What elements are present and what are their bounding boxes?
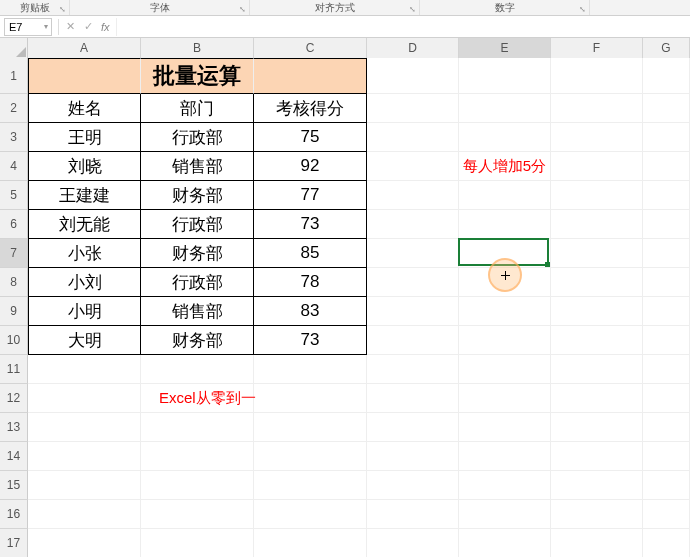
- cell[interactable]: [551, 181, 643, 210]
- cell[interactable]: [28, 529, 141, 557]
- dialog-launcher-icon[interactable]: ⤡: [57, 4, 67, 14]
- cell[interactable]: [459, 355, 551, 384]
- row-header[interactable]: 10: [0, 326, 28, 355]
- cell[interactable]: [367, 384, 459, 413]
- cell[interactable]: [643, 239, 690, 268]
- cell[interactable]: [643, 123, 690, 152]
- cell[interactable]: [551, 268, 643, 297]
- table-cell[interactable]: 77: [254, 181, 367, 210]
- cell[interactable]: [459, 58, 551, 94]
- table-cell[interactable]: 财务部: [141, 326, 254, 355]
- table-cell[interactable]: 85: [254, 239, 367, 268]
- cell[interactable]: [551, 471, 643, 500]
- column-header[interactable]: G: [643, 38, 690, 58]
- cell[interactable]: [643, 152, 690, 181]
- cell[interactable]: [141, 413, 254, 442]
- table-cell[interactable]: 行政部: [141, 210, 254, 239]
- column-header[interactable]: B: [141, 38, 254, 58]
- cell[interactable]: [551, 123, 643, 152]
- footer-note[interactable]: Excel从零到一: [141, 384, 254, 413]
- row-header[interactable]: 14: [0, 442, 28, 471]
- cell[interactable]: [28, 355, 141, 384]
- cell[interactable]: [643, 471, 690, 500]
- dialog-launcher-icon[interactable]: ⤡: [237, 4, 247, 14]
- dialog-launcher-icon[interactable]: ⤡: [407, 4, 417, 14]
- cell[interactable]: [367, 326, 459, 355]
- cell[interactable]: [551, 94, 643, 123]
- row-header[interactable]: 13: [0, 413, 28, 442]
- table-cell[interactable]: 92: [254, 152, 367, 181]
- cell[interactable]: [551, 500, 643, 529]
- cell[interactable]: [459, 239, 551, 268]
- cell[interactable]: [254, 471, 367, 500]
- cell[interactable]: [28, 442, 141, 471]
- cell[interactable]: [367, 297, 459, 326]
- cell[interactable]: [367, 123, 459, 152]
- cell[interactable]: [459, 94, 551, 123]
- cell[interactable]: [367, 355, 459, 384]
- cell[interactable]: [367, 268, 459, 297]
- cell[interactable]: [367, 529, 459, 557]
- cell[interactable]: [254, 500, 367, 529]
- cell[interactable]: [28, 413, 141, 442]
- cell[interactable]: [643, 58, 690, 94]
- cell[interactable]: [551, 210, 643, 239]
- cell[interactable]: [459, 210, 551, 239]
- cell[interactable]: [459, 500, 551, 529]
- cell[interactable]: [367, 181, 459, 210]
- table-cell[interactable]: 王建建: [28, 181, 141, 210]
- cell[interactable]: [459, 297, 551, 326]
- column-header[interactable]: F: [551, 38, 643, 58]
- cell[interactable]: [459, 268, 551, 297]
- table-header[interactable]: 姓名: [28, 94, 141, 123]
- cell[interactable]: [643, 384, 690, 413]
- cell[interactable]: [367, 152, 459, 181]
- spreadsheet-grid[interactable]: ABCDEFG 1234567891011121314151617 批量运算姓名…: [0, 38, 690, 557]
- cell[interactable]: [141, 471, 254, 500]
- cell[interactable]: [254, 58, 367, 94]
- cell[interactable]: [459, 384, 551, 413]
- cell[interactable]: [643, 500, 690, 529]
- cell[interactable]: [643, 355, 690, 384]
- cell[interactable]: [459, 529, 551, 557]
- cell[interactable]: [459, 326, 551, 355]
- cell[interactable]: [367, 471, 459, 500]
- cell[interactable]: [367, 442, 459, 471]
- table-cell[interactable]: 73: [254, 210, 367, 239]
- table-cell[interactable]: 销售部: [141, 152, 254, 181]
- cell[interactable]: [643, 529, 690, 557]
- cell[interactable]: [141, 529, 254, 557]
- cell[interactable]: [367, 413, 459, 442]
- row-header[interactable]: 8: [0, 268, 28, 297]
- row-header[interactable]: 4: [0, 152, 28, 181]
- cell[interactable]: [367, 500, 459, 529]
- cell[interactable]: [459, 123, 551, 152]
- cell[interactable]: [551, 239, 643, 268]
- cell[interactable]: [141, 442, 254, 471]
- cell[interactable]: [459, 181, 551, 210]
- cell[interactable]: [254, 442, 367, 471]
- row-header[interactable]: 5: [0, 181, 28, 210]
- cell[interactable]: [254, 384, 367, 413]
- table-cell[interactable]: 财务部: [141, 239, 254, 268]
- cell[interactable]: [643, 94, 690, 123]
- cell[interactable]: [459, 442, 551, 471]
- cancel-formula-icon[interactable]: ✕: [61, 20, 79, 33]
- confirm-formula-icon[interactable]: ✓: [79, 20, 97, 33]
- cell[interactable]: [551, 442, 643, 471]
- row-header[interactable]: 9: [0, 297, 28, 326]
- cell[interactable]: [141, 355, 254, 384]
- cell[interactable]: [643, 413, 690, 442]
- table-cell[interactable]: 75: [254, 123, 367, 152]
- cell[interactable]: [551, 58, 643, 94]
- cell[interactable]: [254, 355, 367, 384]
- cell[interactable]: [367, 58, 459, 94]
- table-title[interactable]: 批量运算: [141, 58, 254, 94]
- table-cell[interactable]: 王明: [28, 123, 141, 152]
- table-cell[interactable]: 小明: [28, 297, 141, 326]
- table-cell[interactable]: 刘无能: [28, 210, 141, 239]
- column-header[interactable]: A: [28, 38, 141, 58]
- cell[interactable]: [254, 529, 367, 557]
- row-header[interactable]: 3: [0, 123, 28, 152]
- row-header[interactable]: 2: [0, 94, 28, 123]
